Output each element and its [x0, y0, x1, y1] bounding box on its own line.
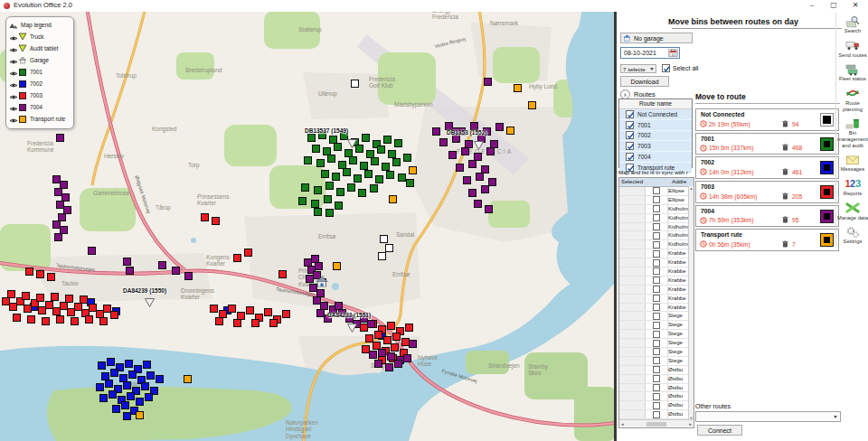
bin-marker-7001[interactable]	[364, 170, 373, 178]
bin-marker-7001[interactable]	[298, 197, 307, 205]
bin-marker-7004[interactable]	[56, 134, 64, 142]
bin-marker-transport[interactable]	[514, 84, 522, 92]
bin-marker-7004[interactable]	[448, 151, 457, 159]
bin-marker-7002[interactable]	[110, 369, 118, 377]
route-row-7003[interactable]: 7003	[619, 141, 692, 152]
bin-marker-7004[interactable]	[468, 189, 476, 197]
bin-marker-7001[interactable]	[388, 150, 396, 158]
checkbox-unchecked-icon[interactable]	[653, 384, 660, 391]
bin-marker-7001[interactable]	[326, 182, 334, 190]
bin-marker-transport[interactable]	[389, 195, 397, 203]
row-checkbox-cell[interactable]	[646, 330, 668, 338]
bin-marker-7001[interactable]	[377, 145, 385, 154]
calendar-button[interactable]: 15	[668, 49, 678, 57]
panel-splitter[interactable]	[614, 0, 617, 441]
bin-marker-7004[interactable]	[468, 160, 476, 168]
table-row[interactable]: Krabbe	[619, 249, 693, 258]
bin-marker-7002[interactable]	[105, 380, 113, 388]
bin-marker-7004[interactable]	[439, 138, 448, 146]
bin-marker-7001[interactable]	[347, 183, 355, 192]
row-checkbox-cell[interactable]	[646, 267, 668, 276]
vertical-scrollbar[interactable]: ▲▼	[688, 186, 693, 420]
bin-marker-7002[interactable]	[145, 393, 153, 401]
bin-marker-7003[interactable]	[80, 296, 88, 304]
bin-marker-7001[interactable]	[314, 186, 322, 194]
route-card-7002[interactable]: 700214h 0m (312km)461	[695, 156, 839, 179]
bin-marker-7004[interactable]	[378, 349, 386, 357]
table-row[interactable]: Krabbe	[619, 277, 693, 286]
bin-marker-7004[interactable]	[385, 363, 393, 371]
row-checkbox-cell[interactable]	[646, 214, 668, 222]
table-row[interactable]: Østbu	[619, 384, 693, 393]
connect-button[interactable]: Connect	[697, 425, 742, 436]
checkbox-unchecked-icon[interactable]	[653, 340, 660, 347]
bin-marker-7002[interactable]	[146, 371, 155, 380]
bin-marker-7004[interactable]	[126, 267, 134, 275]
table-row[interactable]: Kidholm	[619, 223, 693, 232]
route-row-7002[interactable]: 7002	[619, 131, 692, 142]
bin-marker-7003[interactable]	[201, 213, 209, 221]
row-checkbox-cell[interactable]	[646, 366, 668, 374]
route-card-transport-rute[interactable]: Transport rute0h 56m (35km)7	[695, 229, 839, 251]
bin-marker-7003[interactable]	[22, 292, 30, 300]
bin-marker-7002[interactable]	[112, 405, 120, 413]
table-row[interactable]: Kidholm	[619, 205, 693, 214]
bin-marker-7001[interactable]	[324, 195, 332, 203]
bin-marker-7004[interactable]	[476, 173, 484, 181]
bin-marker-transport[interactable]	[409, 166, 417, 174]
row-checkbox-cell[interactable]	[646, 196, 668, 204]
select-all-checkbox[interactable]: Select all	[659, 64, 698, 72]
bin-marker-7002[interactable]	[136, 398, 144, 406]
bin-marker-7003[interactable]	[387, 322, 395, 330]
table-row[interactable]: Krabbe	[619, 295, 693, 304]
row-checkbox-cell[interactable]	[646, 348, 668, 356]
table-row[interactable]: Kidholm	[619, 231, 693, 240]
checkbox-unchecked-icon[interactable]	[653, 313, 660, 320]
table-row[interactable]: Ellipse	[619, 196, 693, 205]
bin-marker-7004[interactable]	[495, 123, 504, 131]
trash-icon[interactable]	[782, 216, 788, 224]
scroll-right-icon[interactable]: ►	[689, 422, 693, 427]
truck-marker-icon[interactable]	[347, 136, 357, 152]
bin-marker-transport[interactable]	[333, 262, 341, 270]
bin-marker-7002[interactable]	[121, 401, 129, 409]
scroll-thumb[interactable]	[646, 422, 666, 427]
bin-marker-7003[interactable]	[25, 267, 33, 276]
bin-marker-7001[interactable]	[301, 183, 309, 192]
truck-marker-icon[interactable]	[347, 320, 357, 336]
bin-marker-7004[interactable]	[158, 261, 166, 269]
bin-marker-7001[interactable]	[354, 174, 362, 183]
row-checkbox-cell[interactable]	[646, 321, 668, 329]
bin-marker-7001[interactable]	[403, 154, 411, 162]
row-checkbox-cell[interactable]	[646, 295, 668, 303]
row-checkbox-cell[interactable]	[646, 231, 668, 239]
bin-marker-7004[interactable]	[461, 147, 469, 155]
routes-count-dropdown[interactable]: 7 selecte	[620, 64, 656, 73]
bin-marker-7001[interactable]	[360, 162, 368, 170]
trash-icon[interactable]	[782, 168, 788, 176]
bin-marker-transport[interactable]	[506, 127, 514, 135]
table-row[interactable]: Østbu	[619, 401, 693, 410]
bin-marker-7003[interactable]	[215, 317, 223, 325]
bin-marker-7003[interactable]	[42, 317, 50, 325]
bin-marker-7001[interactable]	[382, 163, 390, 171]
checkbox-unchecked-icon[interactable]	[653, 322, 660, 329]
route-card-7004[interactable]: 70047h 59m (353km)95	[695, 205, 839, 228]
row-checkbox-cell[interactable]	[646, 304, 668, 312]
table-row[interactable]: Østbu	[619, 410, 693, 419]
bin-marker-7004[interactable]	[486, 147, 495, 155]
bin-marker-7004[interactable]	[123, 258, 131, 266]
bin-marker-7002[interactable]	[156, 375, 164, 383]
bin-marker-7001[interactable]	[349, 156, 357, 164]
checkbox-checked-icon[interactable]	[626, 110, 634, 118]
row-checkbox-cell[interactable]	[646, 392, 668, 400]
bin-marker-7001[interactable]	[327, 155, 335, 163]
bin-marker-7003[interactable]	[99, 317, 108, 325]
nav-item-send-routes[interactable]: Send routes	[836, 37, 868, 61]
bin-marker-not_connected[interactable]	[380, 235, 388, 243]
bin-marker-7001[interactable]	[406, 179, 414, 187]
checkbox-unchecked-icon[interactable]	[653, 250, 660, 258]
row-checkbox-cell[interactable]	[646, 401, 668, 409]
nav-item-reports[interactable]: 123Reports	[836, 175, 868, 200]
truck-marker-icon[interactable]	[474, 137, 484, 154]
